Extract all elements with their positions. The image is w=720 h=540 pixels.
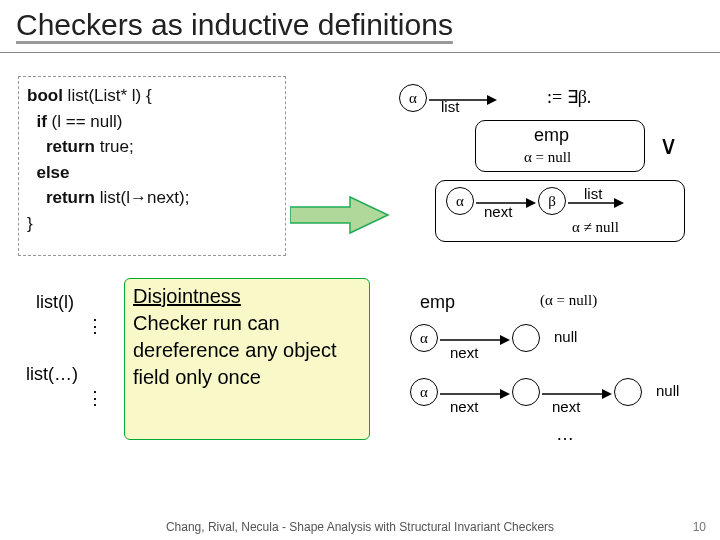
null-label: null <box>656 382 679 399</box>
alpha-label: α <box>420 384 428 400</box>
footer-text: Chang, Rival, Necula - Shape Analysis wi… <box>0 520 720 534</box>
next-label: next <box>484 203 512 220</box>
code-line: return true; <box>27 134 277 160</box>
svg-marker-6 <box>614 198 624 208</box>
emp-label: emp <box>534 125 569 146</box>
code-text: true; <box>95 137 134 156</box>
svg-marker-2 <box>487 95 497 105</box>
alpha-label: α <box>420 330 428 346</box>
next-label: next <box>450 344 478 361</box>
code-text: list(l→next); <box>95 188 189 207</box>
callout-body: Checker run can dereference any object f… <box>133 310 361 391</box>
emp-label: emp <box>420 292 455 313</box>
page-title: Checkers as inductive definitions <box>0 0 720 53</box>
node-empty <box>614 378 642 406</box>
emp-box: emp α = null <box>475 120 645 172</box>
call-item: list(l) <box>36 292 74 313</box>
svg-marker-4 <box>526 198 536 208</box>
call-item: list(…) <box>26 364 78 385</box>
code-line: } <box>27 211 277 237</box>
null-label: null <box>554 328 577 345</box>
page-number: 10 <box>693 520 706 534</box>
arrow-block-icon <box>290 195 390 235</box>
node-empty <box>512 324 540 352</box>
code-text: (l == null) <box>47 112 123 131</box>
code-line: return list(l→next); <box>27 185 277 211</box>
code-text: list(List* l) { <box>63 86 152 105</box>
callout-title: Disjointness <box>133 283 361 310</box>
arrow-icon <box>429 94 497 106</box>
node-alpha: α <box>399 84 427 112</box>
step-box: α next β list α ≠ null <box>435 180 685 242</box>
alpha-label: α <box>456 193 464 209</box>
svg-marker-0 <box>290 197 388 233</box>
list-label-2: list <box>584 185 602 202</box>
definition-diagram: α list := ∃β. emp α = null ∨ α next β li… <box>395 80 705 260</box>
svg-marker-12 <box>602 389 612 399</box>
assign-exists: := ∃β. <box>547 86 591 108</box>
ellipsis: … <box>556 424 574 445</box>
next-label: next <box>450 398 478 415</box>
code-line: if (l == null) <box>27 109 277 135</box>
not-null: α ≠ null <box>572 219 619 236</box>
kw-else: else <box>27 163 70 182</box>
code-box: bool list(List* l) { if (l == null) retu… <box>18 76 286 256</box>
beta-label: β <box>548 193 556 209</box>
expansion-diagram: emp (α = null) α next null α next next n… <box>400 288 710 468</box>
next-label: next <box>552 398 580 415</box>
callout-box: Disjointness Checker run can dereference… <box>124 278 370 440</box>
kw-return: return <box>27 188 95 207</box>
kw-return: return <box>27 137 95 156</box>
node-alpha: α <box>410 378 438 406</box>
vdots-icon: ⋮ <box>86 322 104 331</box>
eq-null-paren: (α = null) <box>540 292 597 309</box>
kw-if: if <box>27 112 47 131</box>
eq-null: α = null <box>524 149 571 166</box>
alpha-label: α <box>409 90 417 106</box>
code-line: bool list(List* l) { <box>27 83 277 109</box>
node-beta: β <box>538 187 566 215</box>
code-line: else <box>27 160 277 186</box>
node-alpha: α <box>410 324 438 352</box>
svg-marker-8 <box>500 335 510 345</box>
node-empty <box>512 378 540 406</box>
node-alpha-2: α <box>446 187 474 215</box>
svg-marker-10 <box>500 389 510 399</box>
vdots-icon: ⋮ <box>86 394 104 403</box>
kw-bool: bool <box>27 86 63 105</box>
or-symbol: ∨ <box>659 130 678 161</box>
